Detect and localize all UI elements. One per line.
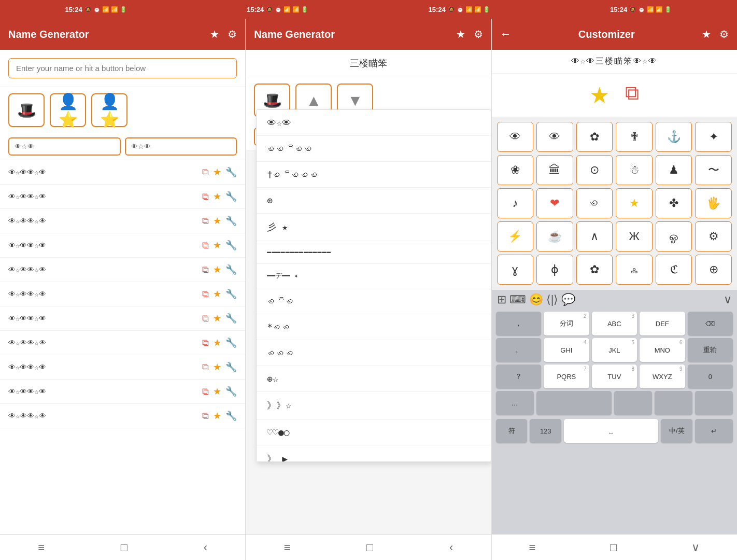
kb-icon-keyboard[interactable]: ⌨ <box>509 293 526 306</box>
list-item[interactable]: ⊕☆ <box>257 366 490 392</box>
copy-icon[interactable]: ⧉ <box>202 313 209 324</box>
symbol-cell[interactable]: ✿ <box>576 122 613 152</box>
panel1-star-icon[interactable]: ★ <box>210 28 219 40</box>
wrench-icon[interactable]: 🔧 <box>225 288 237 300</box>
star-icon[interactable]: ★ <box>213 386 221 397</box>
kb-key-4[interactable]: 4 GHI <box>544 338 589 362</box>
kb-icon-bubble[interactable]: 💬 <box>561 293 575 306</box>
symbol-cell[interactable]: ꩜ <box>576 188 613 218</box>
wrench-icon[interactable]: 🔧 <box>225 313 237 324</box>
list-item[interactable]: *꩜꩜ <box>257 314 490 340</box>
copy-icon[interactable]: ⧉ <box>202 167 209 178</box>
kb-key-space[interactable]: ⎵ <box>564 419 658 443</box>
list-item[interactable]: †꩜ꩰ꩜꩜꩜ <box>257 162 490 188</box>
list-item[interactable]: ꩜ꩰ꩜ <box>257 288 490 314</box>
symbol-cell[interactable]: ✦ <box>695 122 732 152</box>
kb-key-123[interactable]: 123 <box>530 419 561 443</box>
kb-key-2[interactable]: 2 分词 <box>544 312 589 335</box>
panel1-avatar-btn-1[interactable]: 🎩 <box>8 93 45 127</box>
wrench-icon[interactable]: 🔧 <box>225 240 237 251</box>
panel1-avatar-btn-2[interactable]: 👤⭐ <box>50 93 86 127</box>
symbol-cell-heart[interactable]: ❤ <box>536 188 573 218</box>
kb-key-8[interactable]: 8 TUV <box>592 365 637 388</box>
kb-key-placeholder-b[interactable] <box>614 391 652 415</box>
kb-key-enter[interactable]: ↵ <box>695 419 733 443</box>
symbol-cell[interactable]: ⊙ <box>576 155 613 185</box>
kb-key-zh-en[interactable]: 中/英 <box>661 419 692 443</box>
star-icon[interactable]: ★ <box>213 361 221 373</box>
symbol-cell[interactable]: ✿ <box>576 255 613 285</box>
fav-star-button[interactable]: ★ <box>589 82 610 108</box>
wrench-icon[interactable]: 🔧 <box>225 386 237 397</box>
panel3-settings-icon[interactable]: ⚙ <box>719 28 729 40</box>
symbol-cell[interactable]: ɣ <box>497 255 534 285</box>
kb-key-3[interactable]: 3 ABC <box>592 312 637 335</box>
kb-key-placeholder-d[interactable] <box>695 391 733 415</box>
kb-key-placeholder-a[interactable] <box>536 391 612 415</box>
copy-icon[interactable]: ⧉ <box>202 338 209 348</box>
star-icon[interactable]: ★ <box>213 240 221 251</box>
wrench-icon[interactable]: 🔧 <box>225 410 237 422</box>
panel3-back-icon[interactable]: ← <box>500 27 512 41</box>
symbol-cell[interactable]: ♪ <box>497 188 534 218</box>
copy-icon[interactable]: ⧉ <box>202 191 209 202</box>
panel2-settings-icon[interactable]: ⚙ <box>474 28 483 40</box>
panel1-search-input[interactable] <box>8 58 237 78</box>
star-icon[interactable]: ★ <box>213 166 221 178</box>
kb-key-comma[interactable]: ， <box>496 312 541 335</box>
symbol-cell-lightning[interactable]: ⚡ <box>497 221 534 251</box>
list-item[interactable]: 👁☆👁 <box>257 110 490 136</box>
panel3-home-icon[interactable]: □ <box>610 541 617 554</box>
kb-key-chongshu[interactable]: 重输 <box>688 338 733 362</box>
kb-key-def[interactable]: DEF <box>640 312 685 335</box>
kb-icon-grid[interactable]: ⊞ <box>497 293 506 306</box>
symbol-cell[interactable]: ஃ <box>616 255 653 285</box>
kb-key-fu[interactable]: 符 <box>496 419 528 443</box>
kb-key-0[interactable]: 0 <box>688 365 733 388</box>
symbol-cell[interactable]: ✤ <box>656 188 692 218</box>
panel1-dropdown-2[interactable]: 👁☆👁 Style 2 <box>125 137 237 156</box>
panel2-menu-icon[interactable]: ≡ <box>284 541 291 554</box>
kb-key-7[interactable]: 7 PQRS <box>544 365 589 388</box>
panel2-back-icon[interactable]: ‹ <box>449 541 453 554</box>
panel3-down-icon[interactable]: ∨ <box>691 541 700 554</box>
symbol-cell[interactable]: 🖐 <box>695 188 732 218</box>
list-item[interactable]: ━━━━━━━━━━━━━━ <box>257 241 490 264</box>
symbol-cell[interactable]: ❀ <box>497 155 534 185</box>
symbol-cell[interactable]: 👁 <box>497 122 534 152</box>
kb-icon-emoji[interactable]: 😊 <box>529 293 543 306</box>
symbol-cell[interactable]: ✟ <box>616 122 653 152</box>
symbol-cell[interactable]: ஓ <box>656 221 692 251</box>
symbol-cell[interactable]: ☃ <box>616 155 653 185</box>
panel1-settings-icon[interactable]: ⚙ <box>228 28 237 40</box>
panel1-menu-icon[interactable]: ≡ <box>38 541 45 554</box>
star-icon[interactable]: ★ <box>213 313 221 324</box>
kb-key-placeholder-c[interactable] <box>655 391 692 415</box>
kb-key-period[interactable]: 。 <box>496 338 541 362</box>
panel2-star-icon[interactable]: ★ <box>456 28 465 40</box>
kb-icon-cursor[interactable]: ⟨|⟩ <box>546 293 559 306</box>
symbol-cell[interactable]: ⚓ <box>656 122 692 152</box>
list-item[interactable]: ⊕ <box>257 188 490 214</box>
symbol-cell[interactable]: ∧ <box>576 221 613 251</box>
panel2-home-icon[interactable]: □ <box>366 541 373 554</box>
symbol-cell[interactable]: ☕ <box>536 221 573 251</box>
wrench-icon[interactable]: 🔧 <box>225 215 237 227</box>
wrench-icon[interactable]: 🔧 <box>225 264 237 275</box>
list-item[interactable]: ♡♡●○ <box>257 419 490 445</box>
symbol-cell[interactable]: 🏛 <box>536 155 573 185</box>
kb-key-delete[interactable]: ⌫ <box>688 312 733 335</box>
copy-icon[interactable]: ⧉ <box>202 362 209 373</box>
panel3-menu-icon[interactable]: ≡ <box>529 541 536 554</box>
star-icon[interactable]: ★ <box>213 410 221 422</box>
panel1-home-icon[interactable]: □ <box>121 541 127 554</box>
panel3-star-icon[interactable]: ★ <box>702 28 711 40</box>
kb-key-6[interactable]: 6 MNO <box>640 338 685 362</box>
list-item[interactable]: 彡 ★ <box>257 214 490 241</box>
star-icon[interactable]: ★ <box>213 288 221 300</box>
kb-icon-more[interactable]: ∨ <box>724 293 732 306</box>
copy-icon[interactable]: ⧉ <box>202 240 209 251</box>
copy-icon[interactable]: ⧉ <box>202 289 209 300</box>
star-icon[interactable]: ★ <box>213 191 221 202</box>
kb-key-question[interactable]: ？ <box>496 365 541 388</box>
